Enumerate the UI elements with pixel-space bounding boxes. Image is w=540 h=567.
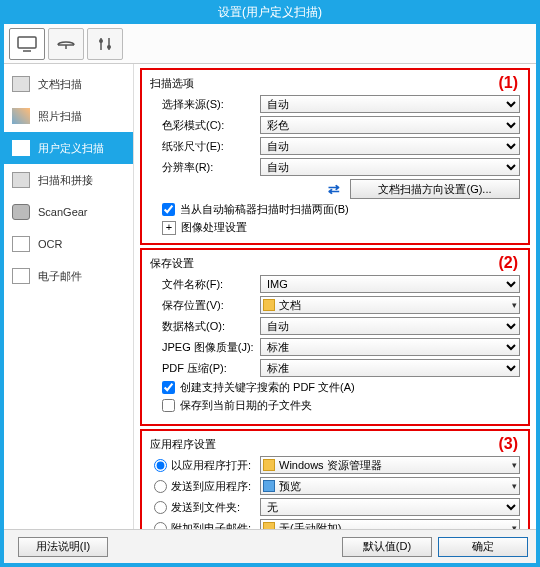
color-select[interactable]: 彩色 [260, 116, 520, 134]
location-label: 保存位置(V): [150, 298, 260, 313]
source-select[interactable]: 自动 [260, 95, 520, 113]
sidebar-item-ocr[interactable]: OCR [4, 228, 133, 260]
jpeg-select[interactable]: 标准 [260, 338, 520, 356]
section-title-2: 保存设置 [150, 256, 520, 271]
format-select[interactable]: 自动 [260, 317, 520, 335]
picture-icon [263, 480, 275, 492]
settings-window: 设置(用户定义扫描) 文档扫描 照片扫描 用户定义扫描 扫描和拼接 ScanGe… [0, 0, 540, 567]
open-with-app-select[interactable]: Windows 资源管理器▾ [260, 456, 520, 474]
attach-email-select[interactable]: 无(手动附加)▾ [260, 519, 520, 529]
swap-arrow-icon[interactable]: ⇄ [328, 181, 340, 197]
date-subfolder-checkbox[interactable] [162, 399, 175, 412]
jpeg-label: JPEG 图像质量(J): [150, 340, 260, 355]
stitch-icon [12, 172, 30, 188]
sidebar-item-label: OCR [38, 238, 62, 250]
email-icon [12, 268, 30, 284]
scangear-icon [12, 204, 30, 220]
sidebar-item-doc-scan[interactable]: 文档扫描 [4, 68, 133, 100]
auto-duplex-label: 当从自动输稿器扫描时扫描两面(B) [180, 202, 349, 217]
paper-select[interactable]: 自动 [260, 137, 520, 155]
expand-imgproc-button[interactable]: + [162, 221, 176, 235]
pdf-label: PDF 压缩(P): [150, 361, 260, 376]
open-with-app-radio[interactable] [154, 459, 167, 472]
section-marker-2: (2) [498, 254, 518, 272]
body: 文档扫描 照片扫描 用户定义扫描 扫描和拼接 ScanGear OCR 电子邮件… [4, 64, 536, 529]
sidebar-item-label: 扫描和拼接 [38, 173, 93, 188]
section-save-settings: (2) 保存设置 文件名称(F):IMG 保存位置(V): 文档▾ 数据格式(O… [140, 248, 530, 426]
sidebar-item-scangear[interactable]: ScanGear [4, 196, 133, 228]
color-label: 色彩模式(C): [150, 118, 260, 133]
tools-icon [94, 35, 116, 53]
section-title-3: 应用程序设置 [150, 437, 520, 452]
ok-button[interactable]: 确定 [438, 537, 528, 557]
svg-rect-0 [18, 37, 36, 48]
sidebar-item-label: ScanGear [38, 206, 88, 218]
pdf-keyword-label: 创建支持关键字搜索的 PDF 文件(A) [180, 380, 355, 395]
custom-scan-icon [12, 140, 30, 156]
sidebar: 文档扫描 照片扫描 用户定义扫描 扫描和拼接 ScanGear OCR 电子邮件 [4, 64, 134, 529]
open-with-app-label: 以应用程序打开: [171, 458, 251, 473]
date-subfolder-label: 保存到当前日期的子文件夹 [180, 398, 312, 413]
chevron-down-icon: ▾ [512, 300, 517, 310]
orientation-settings-button[interactable]: 文档扫描方向设置(G)... [350, 179, 520, 199]
attach-email-label: 附加到电子邮件: [171, 521, 251, 530]
ocr-icon [12, 236, 30, 252]
send-to-folder-radio[interactable] [154, 501, 167, 514]
sidebar-item-label: 照片扫描 [38, 109, 82, 124]
filename-select[interactable]: IMG [260, 275, 520, 293]
chevron-down-icon: ▾ [512, 460, 517, 470]
doc-scan-icon [12, 76, 30, 92]
folder-icon [263, 522, 275, 529]
toolbar-tab-scanner[interactable] [48, 28, 84, 60]
toolbar [4, 24, 536, 64]
section-marker-1: (1) [498, 74, 518, 92]
imgproc-label: 图像处理设置 [181, 220, 247, 235]
defaults-button[interactable]: 默认值(D) [342, 537, 432, 557]
folder-icon [263, 459, 275, 471]
toolbar-tab-tools[interactable] [87, 28, 123, 60]
attach-email-radio[interactable] [154, 522, 167, 530]
format-label: 数据格式(O): [150, 319, 260, 334]
chevron-down-icon: ▾ [512, 523, 517, 529]
location-select[interactable]: 文档▾ [260, 296, 520, 314]
send-to-app-label: 发送到应用程序: [171, 479, 251, 494]
sidebar-item-label: 电子邮件 [38, 269, 82, 284]
sidebar-item-stitch[interactable]: 扫描和拼接 [4, 164, 133, 196]
window-title: 设置(用户定义扫描) [4, 4, 536, 24]
section-scan-options: (1) 扫描选项 选择来源(S):自动 色彩模式(C):彩色 纸张尺寸(E):自… [140, 68, 530, 245]
sidebar-item-custom-scan[interactable]: 用户定义扫描 [4, 132, 133, 164]
sidebar-item-photo-scan[interactable]: 照片扫描 [4, 100, 133, 132]
pdf-select[interactable]: 标准 [260, 359, 520, 377]
filename-label: 文件名称(F): [150, 277, 260, 292]
send-to-app-radio[interactable] [154, 480, 167, 493]
footer: 用法说明(I) 默认值(D) 确定 [4, 529, 536, 563]
chevron-down-icon: ▾ [512, 481, 517, 491]
svg-point-3 [99, 39, 103, 43]
help-button[interactable]: 用法说明(I) [18, 537, 108, 557]
svg-point-5 [107, 45, 111, 49]
toolbar-tab-monitor[interactable] [9, 28, 45, 60]
auto-duplex-checkbox[interactable] [162, 203, 175, 216]
photo-scan-icon [12, 108, 30, 124]
res-label: 分辨率(R): [150, 160, 260, 175]
sidebar-item-email[interactable]: 电子邮件 [4, 260, 133, 292]
send-to-folder-select[interactable]: 无 [260, 498, 520, 516]
scanner-icon [55, 35, 77, 53]
folder-icon [263, 299, 275, 311]
pdf-keyword-checkbox[interactable] [162, 381, 175, 394]
send-to-folder-label: 发送到文件夹: [171, 500, 240, 515]
res-select[interactable]: 自动 [260, 158, 520, 176]
sidebar-item-label: 文档扫描 [38, 77, 82, 92]
section-app-settings: (3) 应用程序设置 以应用程序打开: Windows 资源管理器▾ 发送到应用… [140, 429, 530, 529]
section-title-1: 扫描选项 [150, 76, 520, 91]
source-label: 选择来源(S): [150, 97, 260, 112]
sidebar-item-label: 用户定义扫描 [38, 141, 104, 156]
monitor-icon [16, 35, 38, 53]
content: (1) 扫描选项 选择来源(S):自动 色彩模式(C):彩色 纸张尺寸(E):自… [134, 64, 536, 529]
send-to-app-select[interactable]: 预览▾ [260, 477, 520, 495]
section-marker-3: (3) [498, 435, 518, 453]
paper-label: 纸张尺寸(E): [150, 139, 260, 154]
